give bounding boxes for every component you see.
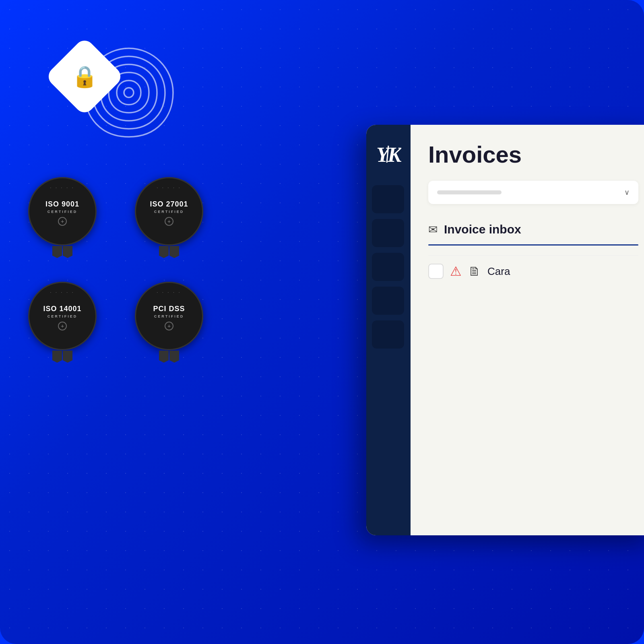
main-content: Invoices ∨ ✉ Invoice inbox ⚠ 🗎 Cara	[411, 125, 644, 535]
invoice-row[interactable]: ⚠ 🗎 Cara	[428, 255, 638, 287]
invoice-checkbox[interactable]	[428, 264, 444, 279]
warning-icon: ⚠	[450, 264, 462, 279]
invoice-inbox-section: ✉ Invoice inbox	[428, 216, 638, 246]
badge-pci-dss-plus: +	[165, 322, 173, 330]
badge-pci-dss-title: PCI DSS	[153, 305, 185, 313]
document-icon: 🗎	[468, 264, 481, 279]
invoice-inbox-label: Invoice inbox	[444, 223, 521, 236]
badge-iso-9001: ISO 9001 CERTIFIED +	[24, 177, 101, 262]
badge-iso-27001-plus: +	[165, 217, 173, 226]
page-title: Invoices	[428, 141, 638, 168]
badge-iso-9001-plus: +	[58, 217, 67, 226]
badge-iso-14001-subtitle: CERTIFIED	[47, 314, 78, 318]
badge-iso-27001-title: ISO 27001	[150, 200, 188, 208]
badge-iso-9001-ribbon	[52, 244, 72, 258]
invoice-name: Cara	[487, 265, 510, 278]
chevron-down-icon: ∨	[624, 188, 630, 197]
badge-iso-27001: ISO 27001 CERTIFIED +	[131, 177, 207, 262]
inbox-icon: ✉	[428, 223, 438, 236]
badge-iso-14001-title: ISO 14001	[43, 305, 81, 313]
sidebar-logo-text: Y K	[376, 142, 401, 168]
inbox-underline	[428, 244, 638, 246]
sidebar: Y K	[366, 125, 411, 535]
badge-pci-dss: PCI DSS CERTIFIED +	[131, 282, 207, 366]
sidebar-nav-items	[366, 185, 411, 349]
dropdown-area[interactable]: ∨	[428, 181, 638, 204]
badge-iso-9001-subtitle: CERTIFIED	[47, 210, 78, 214]
badge-iso-9001-title: ISO 9001	[45, 200, 79, 208]
badge-iso-14001-plus: +	[58, 322, 67, 330]
dropdown-placeholder	[437, 190, 502, 194]
sidebar-nav-item-3[interactable]	[372, 253, 404, 281]
sidebar-nav-item-2[interactable]	[372, 219, 404, 247]
lock-icon: 🔒	[72, 64, 98, 89]
sidebar-nav-item-1[interactable]	[372, 185, 404, 213]
badge-pci-dss-subtitle: CERTIFIED	[154, 314, 184, 318]
sidebar-nav-item-5[interactable]	[372, 320, 404, 349]
sidebar-nav-item-4[interactable]	[372, 287, 404, 315]
svg-text:K: K	[387, 143, 401, 165]
badge-iso-27001-subtitle: CERTIFIED	[154, 210, 184, 214]
fingerprint-area: 🔒	[24, 24, 177, 161]
badge-iso-27001-ribbon	[159, 244, 179, 258]
main-container: 🔒 ISO 9001 CERTIFIED + ISO	[0, 0, 644, 644]
badges-area: ISO 9001 CERTIFIED + ISO 27001 CERTIFIED…	[24, 177, 217, 366]
invoice-inbox-row[interactable]: ✉ Invoice inbox	[428, 216, 638, 243]
badge-iso-14001-ribbon	[52, 349, 72, 363]
badge-pci-dss-ribbon	[159, 349, 179, 363]
sidebar-logo: Y K	[374, 141, 402, 169]
app-panel: Y K Invoices ∨	[366, 125, 644, 535]
badge-iso-14001: ISO 14001 CERTIFIED +	[24, 282, 101, 366]
svg-point-0	[124, 88, 134, 97]
